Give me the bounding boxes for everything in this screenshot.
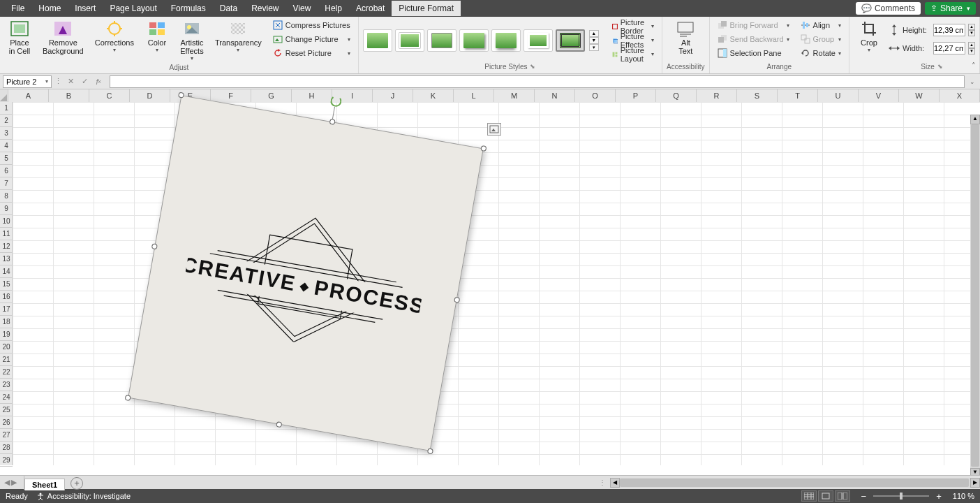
row-header-21[interactable]: 21 [0, 353, 13, 366]
style-swatch-4[interactable] [459, 29, 489, 52]
resize-handle-s[interactable] [276, 421, 282, 428]
row-header-16[interactable]: 16 [0, 291, 13, 303]
tab-page-layout[interactable]: Page Layout [103, 1, 163, 16]
column-header-X[interactable]: X [940, 89, 980, 102]
style-swatch-6[interactable] [524, 29, 553, 52]
insert-function-button[interactable]: fx [93, 76, 104, 87]
row-header-27[interactable]: 27 [0, 429, 13, 442]
style-swatch-3[interactable] [427, 29, 456, 52]
gallery-down-button[interactable]: ▼ [589, 37, 599, 44]
zoom-thumb[interactable] [900, 493, 903, 500]
scroll-right-button[interactable]: ▶ [970, 478, 980, 488]
resize-handle-e[interactable] [454, 297, 460, 303]
row-header-4[interactable]: 4 [0, 140, 13, 152]
vertical-scrollbar[interactable]: ▲ ▼ [970, 115, 980, 475]
tab-split-handle[interactable]: ⋮ [599, 479, 610, 486]
style-swatch-5[interactable] [491, 29, 521, 52]
corrections-button[interactable]: Corrections ▾ [91, 18, 138, 55]
row-header-1[interactable]: 1 [0, 102, 13, 115]
zoom-track[interactable] [873, 495, 929, 497]
change-picture-button[interactable]: Change Picture ▾ [269, 32, 354, 46]
row-header-11[interactable]: 11 [0, 228, 13, 240]
formula-input[interactable] [110, 75, 965, 88]
row-header-20[interactable]: 20 [0, 341, 13, 353]
accessibility-status[interactable]: Accessibility: Investigate [36, 492, 131, 500]
style-swatch-1[interactable] [363, 29, 392, 52]
row-header-22[interactable]: 22 [0, 366, 13, 379]
column-header-H[interactable]: H [292, 89, 332, 102]
zoom-level[interactable]: 110 % [953, 492, 974, 500]
artistic-effects-button[interactable]: Artistic Effects ▾ [177, 18, 207, 64]
column-header-R[interactable]: R [697, 89, 737, 102]
zoom-slider[interactable]: − + [859, 491, 944, 502]
gallery-up-button[interactable]: ▲ [589, 30, 599, 37]
column-header-U[interactable]: U [818, 89, 859, 102]
page-break-view-button[interactable] [835, 490, 850, 502]
picture-styles-gallery[interactable]: ▲ ▼ ▾ [363, 29, 599, 52]
sheet-next-button[interactable]: ▶ [11, 478, 17, 487]
tab-picture-format[interactable]: Picture Format [392, 1, 461, 16]
row-header-8[interactable]: 8 [0, 190, 13, 203]
align-button[interactable]: Align ▾ [797, 18, 845, 32]
column-header-N[interactable]: N [535, 89, 575, 102]
column-header-T[interactable]: T [778, 89, 818, 102]
column-header-B[interactable]: B [49, 89, 89, 102]
row-header-25[interactable]: 25 [0, 404, 13, 416]
resize-handle-w[interactable] [151, 243, 158, 249]
column-header-F[interactable]: F [211, 89, 251, 102]
row-header-3[interactable]: 3 [0, 127, 13, 140]
row-header-28[interactable]: 28 [0, 442, 13, 454]
tab-help[interactable]: Help [318, 1, 349, 16]
tab-insert[interactable]: Insert [68, 1, 103, 16]
column-header-O[interactable]: O [575, 89, 616, 102]
formula-bar-expand-button[interactable]: ⌄ [967, 78, 977, 85]
row-header-13[interactable]: 13 [0, 253, 13, 265]
tab-data[interactable]: Data [213, 1, 244, 16]
row-header-24[interactable]: 24 [0, 391, 13, 404]
column-header-V[interactable]: V [859, 89, 899, 102]
scroll-down-button[interactable]: ▼ [970, 468, 980, 475]
width-down-button[interactable]: ▼ [968, 48, 975, 54]
cancel-formula-button[interactable]: ✕ [65, 76, 76, 87]
picture-styles-group-label[interactable]: Picture Styles [484, 62, 535, 72]
width-up-button[interactable]: ▲ [968, 42, 975, 48]
sheet-tab-1[interactable]: Sheet1 [24, 479, 65, 490]
picture-border-button[interactable]: Picture Border ▾ [609, 20, 658, 34]
tab-view[interactable]: View [286, 1, 318, 16]
column-header-D[interactable]: D [130, 89, 170, 102]
style-swatch-7[interactable] [556, 29, 585, 52]
tab-file[interactable]: File [4, 1, 31, 16]
row-header-12[interactable]: 12 [0, 240, 13, 253]
selection-pane-button[interactable]: Selection Pane [714, 46, 793, 60]
comments-button[interactable]: 💬 Comments [856, 2, 921, 15]
size-group-label[interactable]: Size [921, 62, 942, 72]
rotate-button[interactable]: Rotate ▾ [797, 46, 845, 60]
row-header-23[interactable]: 23 [0, 379, 13, 391]
row-header-19[interactable]: 19 [0, 328, 13, 341]
zoom-out-button[interactable]: − [859, 491, 870, 502]
vertical-scroll-thumb[interactable] [971, 124, 979, 467]
remove-background-button[interactable]: Remove Background [39, 18, 87, 57]
name-box[interactable]: Picture 2 ▾ [3, 75, 52, 88]
row-header-18[interactable]: 18 [0, 316, 13, 328]
resize-handle-se[interactable] [427, 448, 433, 454]
resize-handle-sw[interactable] [125, 395, 131, 401]
row-header-15[interactable]: 15 [0, 278, 13, 291]
tab-review[interactable]: Review [244, 1, 285, 16]
reset-picture-button[interactable]: Reset Picture ▾ [269, 46, 354, 60]
height-input[interactable] [933, 24, 965, 36]
height-up-button[interactable]: ▲ [968, 24, 975, 30]
tab-home[interactable]: Home [31, 1, 68, 16]
column-header-J[interactable]: J [373, 89, 413, 102]
row-header-6[interactable]: 6 [0, 165, 13, 177]
cells-area[interactable]: CREATIVE ◆ PROCESS [13, 102, 980, 465]
horizontal-scrollbar[interactable]: ◀ ▶ [610, 478, 980, 488]
row-header-14[interactable]: 14 [0, 265, 13, 278]
enter-formula-button[interactable]: ✓ [79, 76, 90, 87]
column-header-L[interactable]: L [454, 89, 494, 102]
width-input[interactable] [933, 42, 965, 54]
column-header-W[interactable]: W [899, 89, 940, 102]
row-header-17[interactable]: 17 [0, 303, 13, 316]
ribbon-collapse-button[interactable]: ˄ [972, 61, 976, 71]
style-swatch-2[interactable] [395, 29, 424, 52]
